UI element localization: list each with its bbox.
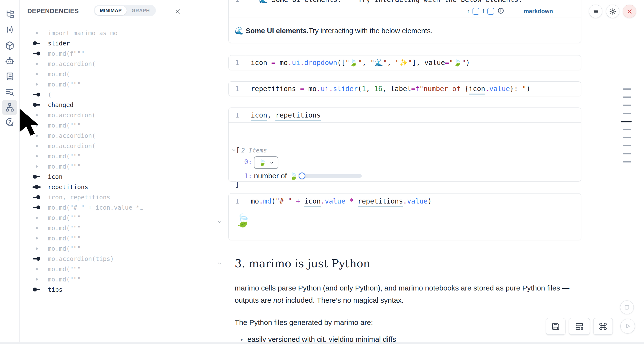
minimap-row[interactable]: mo.md("""	[20, 79, 171, 89]
minimap-row-label: mo.md(f"""	[48, 50, 85, 57]
minimap-row-label: mo.md("""	[48, 153, 81, 160]
panel-title: DEPENDENCIES	[27, 7, 79, 15]
minimap-row[interactable]: mo.md("""	[20, 151, 171, 161]
cell-position-marker[interactable]	[623, 113, 631, 114]
cell-position-marker[interactable]	[623, 129, 631, 130]
activity-bar	[0, 0, 20, 342]
list-search-icon[interactable]	[5, 87, 15, 97]
slider-track[interactable]	[299, 174, 362, 178]
collapse-chevron-icon[interactable]	[232, 147, 236, 153]
slider-thumb[interactable]	[298, 173, 306, 179]
paragraph: The Python files generated by marimo are…	[235, 316, 584, 329]
minimap-row-label: tips	[48, 286, 62, 293]
minimap-row[interactable]: repetitions	[20, 182, 171, 192]
minimap-row[interactable]: mo.md("""	[20, 274, 171, 284]
close-icon	[626, 8, 633, 15]
minimap-row[interactable]: (	[20, 89, 171, 100]
cell-dot-icon	[29, 268, 44, 270]
minimap-row-label: mo.accordion(	[48, 112, 96, 119]
line-number: 1	[228, 56, 246, 70]
minimap-row-label: mo.md("""	[48, 225, 81, 232]
cell-dot-icon	[29, 73, 44, 75]
code-editor-line[interactable]: 1 icon, repetitions	[228, 108, 581, 123]
cell-position-marker[interactable]	[623, 96, 631, 98]
minimap-row[interactable]: mo.accordion(	[20, 59, 171, 69]
collapse-chevron-icon[interactable]	[216, 219, 222, 226]
item-index: 0:	[244, 158, 252, 166]
minimap-row-label: mo.md("""	[48, 266, 81, 273]
code-editor-line[interactable]: 1 **🌊 Some UI elements.** Try interactin…	[228, 0, 581, 5]
cell-position-marker[interactable]	[623, 145, 631, 146]
leaf-emoji: 🍃	[258, 159, 266, 166]
menu-button[interactable]	[589, 5, 602, 18]
minimap-row[interactable]: mo.accordion(	[20, 141, 171, 151]
shutdown-button[interactable]	[623, 5, 636, 18]
code-editor-line[interactable]: 1 mo.md("# " + icon.value * repetitions.…	[228, 194, 581, 209]
minimap-row[interactable]: mo.md("""	[20, 264, 171, 274]
file-tree-icon[interactable]	[5, 9, 15, 19]
info-icon[interactable]	[498, 7, 504, 15]
scratchpad-icon[interactable]	[5, 71, 15, 82]
dependencies-icon[interactable]	[5, 102, 15, 112]
layout-button[interactable]	[569, 318, 590, 335]
format-checkbox[interactable]	[488, 8, 494, 15]
cell-position-marker[interactable]	[623, 161, 631, 162]
minimap-row[interactable]: mo.md(f"""	[20, 48, 171, 59]
tab-graph[interactable]: GRAPH	[126, 6, 155, 15]
minimap-row-label: mo.accordion(	[48, 132, 96, 139]
minimap-row[interactable]: import marimo as mo	[20, 28, 171, 38]
settings-button[interactable]	[606, 5, 619, 18]
minimap-cell-list: import marimo as moslidermo.md(f"""mo.ac…	[20, 28, 171, 295]
minimap-row[interactable]: slider	[20, 38, 171, 48]
minimap-row[interactable]: tips	[20, 284, 171, 295]
section-heading: 3. marimo is just Python	[235, 257, 370, 270]
minimap-row[interactable]: mo.md("""	[20, 120, 171, 130]
code-editor-line[interactable]: 1 icon = mo.ui.dropdown(["🍃", "🌊", "✨"],…	[228, 56, 581, 70]
minimap-row-label: mo.md("""	[48, 214, 81, 221]
ai-assistant-icon[interactable]	[5, 56, 15, 66]
minimap-row[interactable]: mo.accordion(	[20, 130, 171, 141]
minimap-row[interactable]: mo.md(	[20, 69, 171, 79]
cell-dot-icon	[29, 145, 44, 147]
minimap-row[interactable]: mo.md("""	[20, 161, 171, 171]
minimap-row[interactable]: icon	[20, 171, 171, 182]
cell-position-marker[interactable]	[623, 105, 631, 106]
cell-position-marker[interactable]	[621, 121, 632, 122]
section-collapse-chevron-icon[interactable]	[216, 260, 222, 267]
play-icon	[624, 323, 631, 329]
dropdown-widget[interactable]: 🍃	[254, 156, 278, 169]
code-editor-line[interactable]: 1 repetitions = mo.ui.slider(1, 16, labe…	[228, 82, 581, 96]
help-icon[interactable]	[5, 117, 15, 127]
menu-icon	[592, 8, 599, 15]
run-all-button[interactable]	[620, 319, 635, 333]
gear-icon	[609, 8, 616, 15]
minimap-row[interactable]: mo.md("""	[20, 233, 171, 243]
markdown-cell-intro: 1 **🌊 Some UI elements.** Try interactin…	[228, 0, 581, 43]
minimap-row[interactable]: mo.accordion(tips)	[20, 254, 171, 264]
cell-position-marker[interactable]	[623, 153, 631, 154]
minimap-row[interactable]: mo.md("""	[20, 243, 171, 254]
stop-button[interactable]	[620, 300, 634, 314]
packages-icon[interactable]	[5, 41, 15, 51]
shortcuts-button[interactable]	[593, 318, 613, 335]
uses-variable-marker-icon	[29, 206, 44, 209]
minimap-row-label: mo.md("""	[48, 81, 81, 88]
minimap-row[interactable]: mo.md("""	[20, 223, 171, 233]
minimap-row[interactable]: mo.accordion(	[20, 110, 171, 120]
reactive-checkbox[interactable]	[472, 8, 479, 15]
toolbar-divider	[514, 7, 514, 15]
cell-position-marker[interactable]	[623, 88, 631, 90]
code-cell-slider: 1 repetitions = mo.ui.slider(1, 16, labe…	[228, 81, 581, 96]
panel-close-icon[interactable]	[174, 8, 182, 15]
minimap-row[interactable]: changed	[20, 100, 171, 110]
minimap-row[interactable]: icon, repetitions	[20, 192, 171, 202]
minimap-row[interactable]: mo.md("# " + icon.value *…	[20, 202, 171, 213]
cell-dot-icon	[29, 278, 44, 280]
tab-minimap[interactable]: MINIMAP	[95, 6, 126, 15]
cell-position-marker[interactable]	[623, 137, 631, 138]
defines-variable-marker-icon	[29, 175, 44, 179]
minimap-row[interactable]: mo.md("""	[20, 213, 171, 223]
leaf-emoji-output: 🍃	[235, 213, 251, 228]
save-button[interactable]	[546, 318, 566, 335]
variables-icon[interactable]	[5, 25, 15, 35]
